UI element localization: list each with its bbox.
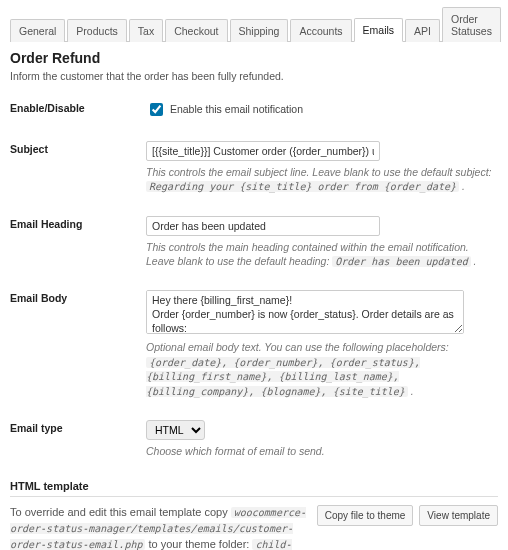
heading-help: This controls the main heading contained… bbox=[146, 240, 498, 269]
tab-checkout[interactable]: Checkout bbox=[165, 19, 227, 42]
type-help: Choose which format of email to send. bbox=[146, 444, 498, 458]
body-textarea[interactable] bbox=[146, 290, 464, 334]
subject-input[interactable] bbox=[146, 141, 380, 161]
tab-general[interactable]: General bbox=[10, 19, 65, 42]
tab-tax[interactable]: Tax bbox=[129, 19, 163, 42]
heading-input[interactable] bbox=[146, 216, 380, 236]
tab-shipping[interactable]: Shipping bbox=[230, 19, 289, 42]
enable-label: Enable/Disable bbox=[10, 96, 146, 137]
tab-api[interactable]: API bbox=[405, 19, 440, 42]
template-text: To override and edit this email template… bbox=[10, 505, 311, 550]
page-title: Order Refund bbox=[10, 50, 498, 66]
page-description: Inform the customer that the order has b… bbox=[10, 70, 498, 82]
subject-help: This controls the email subject line. Le… bbox=[146, 165, 498, 194]
enable-checkbox-label: Enable this email notification bbox=[170, 104, 303, 116]
template-heading: HTML template bbox=[10, 480, 498, 497]
type-select[interactable]: HTML bbox=[146, 420, 205, 440]
tab-order-statuses[interactable]: Order Statuses bbox=[442, 7, 501, 42]
tab-emails[interactable]: Emails bbox=[354, 18, 404, 42]
view-template-button[interactable]: View template bbox=[419, 505, 498, 526]
enable-checkbox-wrapper[interactable]: Enable this email notification bbox=[146, 102, 303, 114]
heading-label: Email Heading bbox=[10, 212, 146, 287]
type-label: Email type bbox=[10, 416, 146, 476]
settings-tabs: GeneralProductsTaxCheckoutShippingAccoun… bbox=[10, 6, 498, 42]
copy-file-button[interactable]: Copy file to theme bbox=[317, 505, 414, 526]
subject-label: Subject bbox=[10, 137, 146, 212]
tab-products[interactable]: Products bbox=[67, 19, 126, 42]
tab-accounts[interactable]: Accounts bbox=[290, 19, 351, 42]
body-help: Optional email body text. You can use th… bbox=[146, 340, 498, 398]
enable-checkbox[interactable] bbox=[150, 103, 163, 116]
body-label: Email Body bbox=[10, 286, 146, 416]
